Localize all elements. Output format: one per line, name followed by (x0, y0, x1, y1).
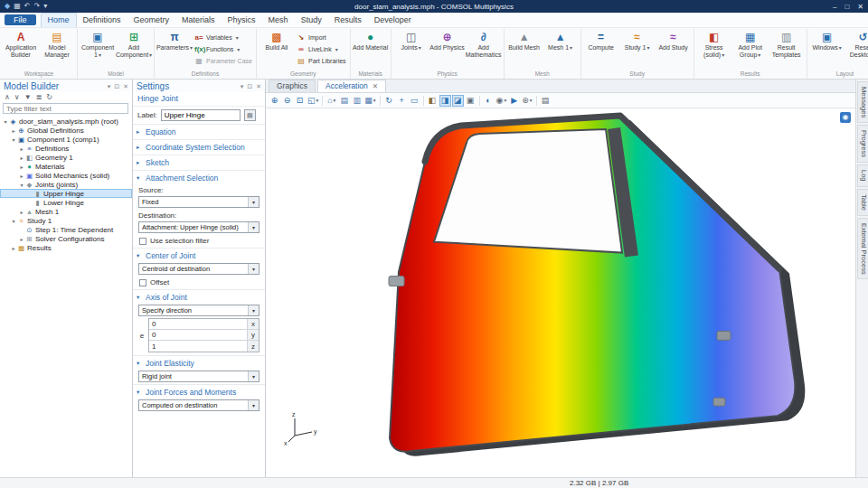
add-material-button[interactable]: ●Add Material (353, 29, 389, 52)
section-attachment-selection[interactable]: ▾Attachment Selection (133, 170, 265, 184)
side-tab-external-process[interactable]: External Process (857, 218, 868, 280)
tree-item-joints-joints[interactable]: ▾◆Joints (joints) (0, 180, 132, 189)
side-tab-progress[interactable]: Progress (857, 125, 868, 163)
joints-button[interactable]: ◫Joints▾ (393, 29, 429, 52)
section-coordinate-system-selection[interactable]: ▸Coordinate System Selection (133, 139, 265, 154)
tree-expander-icon[interactable]: ▸ (10, 245, 17, 251)
tree-expander-icon[interactable]: ▸ (10, 127, 17, 134)
tree-item-results[interactable]: ▸▦Results (0, 243, 132, 252)
tree-expander-icon[interactable]: ▸ (18, 145, 25, 152)
tree-expander-icon[interactable]: ▸ (18, 209, 25, 215)
section-joint-elasticity[interactable]: ▾Joint Elasticity (133, 355, 265, 370)
tree-item-component-1-comp1[interactable]: ▾▣Component 1 (comp1) (0, 135, 132, 144)
section-toggle-icon[interactable]: ▸ (137, 159, 142, 166)
maximize-button[interactable]: □ (844, 3, 849, 11)
menu-tab-developer[interactable]: Developer (368, 14, 418, 27)
section-toggle-icon[interactable]: ▾ (137, 294, 142, 301)
variables-button[interactable]: a=Variables▾ (193, 33, 254, 42)
zoom-in-icon[interactable]: ⊕ (269, 95, 280, 107)
view-zx-plane-icon[interactable]: ▦▾ (363, 95, 376, 107)
graphics-canvas[interactable]: z y x ◉ (266, 108, 855, 477)
dropdown-arrow-icon[interactable]: ▾ (248, 400, 259, 410)
parameter-case-button[interactable]: ▦Parameter Case (193, 56, 254, 66)
transparency-icon[interactable]: ◐ (483, 95, 495, 107)
snapshot-icon[interactable]: ◉ (840, 112, 851, 123)
tab-acceleration[interactable]: Acceleration✕ (317, 80, 386, 92)
side-tab-log[interactable]: Log (857, 164, 868, 187)
add-plot-group-button[interactable]: ▦Add Plot Group▾ (732, 29, 769, 59)
tree-expander-icon[interactable]: ▸ (18, 236, 25, 242)
tree-item-solid-mechanics-solid[interactable]: ▸▣Solid Mechanics (solid) (0, 171, 132, 180)
section-center-of-joint[interactable]: ▾Center of Joint (133, 248, 265, 262)
zoom-out-icon[interactable]: ⊖ (281, 95, 293, 107)
source-select[interactable]: Fixed▾ (138, 196, 259, 208)
tree-item-upper-hinge[interactable]: ▮Upper Hinge (0, 189, 132, 198)
compute-button[interactable]: =Compute (583, 29, 619, 52)
offset-checkbox[interactable]: Offset (133, 277, 265, 288)
expand-all-icon[interactable]: ∨ (14, 93, 20, 101)
tree-item-mesh-1[interactable]: ▸▲Mesh 1 (0, 207, 132, 216)
menu-tab-home[interactable]: Home (41, 13, 77, 27)
tab-graphics[interactable]: Graphics (269, 80, 316, 92)
plot-settings-gear-icon[interactable]: ⊛▾ (521, 95, 533, 107)
destination-select[interactable]: Attachment: Upper Hinge (solid)▾ (138, 221, 259, 233)
component-1-button[interactable]: ▣Component 1▾ (80, 29, 116, 59)
zoom-extents-icon[interactable]: ⊡ (294, 95, 306, 107)
study-1-button[interactable]: ≈Study 1▾ (619, 29, 656, 52)
zoom-box-icon[interactable]: ◱▾ (307, 95, 319, 107)
color-legend-toggle-icon[interactable]: ◨ (439, 95, 451, 107)
tree-expander-icon[interactable]: ▾ (10, 218, 17, 224)
checkbox-icon[interactable] (139, 279, 146, 286)
model-tree-filter-input[interactable] (3, 103, 128, 114)
section-toggle-icon[interactable]: ▾ (137, 389, 142, 396)
menu-tab-materials[interactable]: Materials (175, 14, 222, 27)
section-joint-forces-and-moments[interactable]: ▾Joint Forces and Moments (133, 384, 265, 399)
section-toggle-icon[interactable]: ▾ (137, 252, 142, 259)
refresh-icon[interactable]: ↻ (46, 93, 52, 101)
panel-close-icon[interactable]: ✕ (256, 83, 261, 90)
side-tab-table[interactable]: Table (857, 189, 868, 216)
forces-moments-select[interactable]: Computed on destination▾ (138, 399, 259, 411)
panel-close-icon[interactable]: ✕ (123, 83, 128, 90)
panel-float-icon[interactable]: ⊡ (247, 83, 252, 90)
part-libraries-button[interactable]: ▤Part Libraries (295, 56, 348, 66)
tree-item-definitions[interactable]: ▸≡Definitions (0, 144, 132, 153)
panel-menu-icon[interactable]: ▾ (241, 83, 244, 90)
print-icon[interactable]: ▤ (540, 95, 552, 107)
select-box-icon[interactable]: ▭ (409, 95, 420, 107)
label-rename-button[interactable]: ▤ (244, 109, 256, 121)
dropdown-arrow-icon[interactable]: ▾ (248, 305, 259, 315)
view-yz-plane-icon[interactable]: ▥ (351, 95, 363, 107)
dropdown-arrow-icon[interactable]: ▾ (248, 264, 259, 274)
vector-input[interactable]: 0 (149, 319, 248, 329)
build-all-button[interactable]: ▩Build All (259, 29, 295, 52)
file-menu-button[interactable]: File (5, 14, 36, 25)
menu-tab-definitions[interactable]: Definitions (77, 14, 127, 27)
undo-icon[interactable]: ↶ (24, 0, 31, 13)
mesh-1-button[interactable]: ▲Mesh 1▾ (542, 29, 579, 52)
app-icon[interactable]: ◆ (5, 0, 10, 13)
model-manager-button[interactable]: ▤Model Manager (39, 29, 75, 59)
tree-item-lower-hinge[interactable]: ▮Lower Hinge (0, 198, 132, 207)
section-axis-of-joint[interactable]: ▾Axis of Joint (133, 289, 265, 304)
add-component-button[interactable]: ⊞Add Component▾ (116, 29, 152, 59)
rotate-icon[interactable]: ↻ (383, 95, 395, 107)
tree-expander-icon[interactable]: ▸ (18, 155, 25, 161)
panel-float-icon[interactable]: ⊡ (114, 83, 119, 90)
menu-tab-results[interactable]: Results (328, 14, 368, 27)
tree-expander-icon[interactable]: ▾ (10, 136, 17, 143)
dropdown-arrow-icon[interactable]: ▾ (248, 197, 259, 207)
add-physics-button[interactable]: ⊕Add Physics (429, 29, 466, 52)
section-toggle-icon[interactable]: ▾ (137, 174, 142, 182)
menu-tab-geometry[interactable]: Geometry (127, 14, 176, 27)
result-templates-button[interactable]: ▥Result Templates (769, 29, 805, 59)
save-icon[interactable]: ▦ (14, 0, 21, 13)
pan-icon[interactable]: + (396, 95, 408, 107)
minimize-button[interactable]: – (833, 3, 836, 11)
tree-expander-icon[interactable]: ▸ (18, 173, 25, 179)
lock-view-icon[interactable]: ▣ (465, 95, 476, 107)
add-mathematics-button[interactable]: ∂Add Mathematics (466, 29, 502, 59)
reset-desktop-button[interactable]: ↺Reset Desktop▾ (845, 29, 868, 59)
grid-toggle-icon[interactable]: ◪ (452, 95, 464, 107)
tree-expander-icon[interactable]: ▾ (18, 182, 25, 188)
